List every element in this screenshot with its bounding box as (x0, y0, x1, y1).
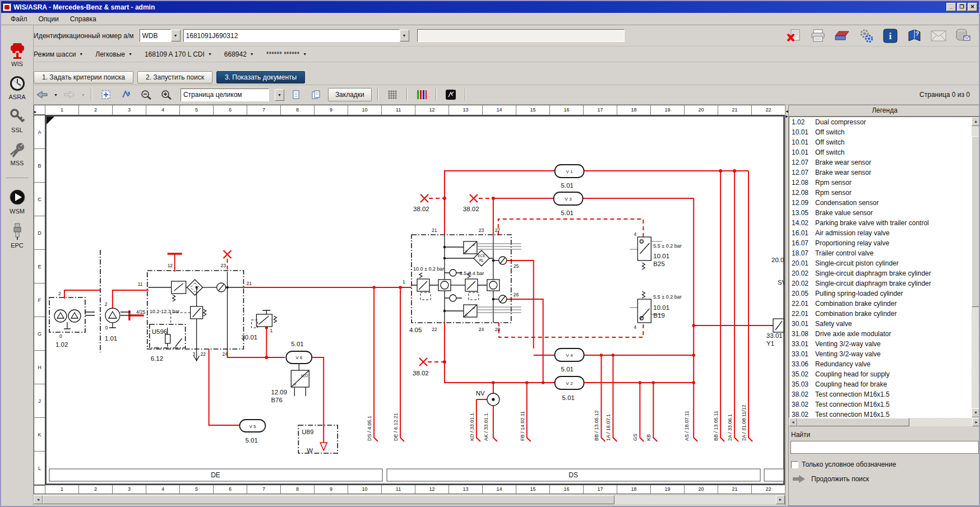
legend-item[interactable]: 12.08 Rpm sensor (789, 189, 972, 199)
legend-item[interactable]: 10.01 Off switch (789, 128, 972, 138)
menu-item[interactable]: Файл (6, 14, 33, 24)
sidebar-item-wis[interactable]: WIS (7, 41, 27, 67)
title-bar[interactable]: WIS/ASRA - Mercedes-Benz & smart - admin… (1, 1, 979, 13)
scroll-left-icon[interactable]: ◄ (34, 495, 43, 504)
page-mode-combo[interactable]: Страница целиком (181, 89, 269, 101)
legend-item[interactable]: 31.08 Drive axle axle modulator (789, 330, 972, 340)
legend-item[interactable]: 16.07 Proportioning relay valve (789, 239, 972, 249)
chassis-dropdown[interactable]: ****** ****** ▼ (266, 50, 307, 58)
chassis-dropdown[interactable]: 668942 ▼ (224, 50, 254, 58)
legend-item[interactable]: 14.02 Parking brake valve with trailer c… (789, 219, 972, 229)
maximize-button[interactable]: ❐ (957, 3, 967, 11)
canvas-horizontal-scrollbar[interactable]: ◄ ► (34, 495, 785, 504)
legend-item[interactable]: 33.01 Venting 3/2-way valve (789, 340, 972, 350)
legend-item[interactable]: 33.06 Redundancy valve (789, 360, 972, 370)
scrollbar-thumb[interactable] (43, 495, 614, 504)
scroll-right-icon[interactable]: ► (972, 418, 980, 426)
forward-history-icon[interactable]: ▼ (81, 93, 85, 97)
scroll-down-icon[interactable]: ▼ (972, 408, 980, 417)
mail-button[interactable] (930, 28, 947, 44)
legend-list[interactable]: 1.02 Dual compressor 10.01 Off switch 10… (789, 117, 972, 417)
pan-select-button[interactable] (118, 87, 135, 103)
bookmarks-button[interactable]: Закладки (328, 88, 372, 101)
legend-item[interactable]: 20.05 Pulling spring-loaded cylinder (789, 290, 972, 300)
wmi-combo-arrow-icon[interactable]: ▼ (171, 30, 181, 41)
zoom-in-button[interactable] (158, 87, 175, 103)
clear-vehicle-button[interactable] (785, 28, 802, 44)
legend-item[interactable]: 20.02 Single-circuit diaphragm brake cyl… (789, 280, 972, 290)
legend-item[interactable]: 12.07 Brake wear sensor (789, 169, 972, 179)
fit-page-button[interactable] (98, 87, 114, 103)
settings-button[interactable] (858, 28, 875, 44)
forward-button[interactable] (61, 87, 78, 103)
schematic-viewport[interactable]: ▸ 1 2 3 4 5 6 7 8 9 10 11 12 13 14 15 16… (34, 105, 785, 494)
legend-item[interactable]: 20.02 Single-circuit diaphragm brake cyl… (789, 269, 972, 280)
chassis-dropdown[interactable]: 168109 A 170 L CDI ▼ (145, 50, 212, 58)
legend-item[interactable]: 35.02 Coupling head for supply (789, 370, 972, 380)
info-button[interactable]: i (882, 28, 899, 44)
erase-button[interactable] (834, 28, 850, 44)
page-mode-arrow-icon[interactable]: ▼ (275, 89, 284, 101)
scroll-left-icon[interactable]: ◄ (789, 418, 797, 426)
legend-item[interactable]: 18.07 Trailer control valve (789, 249, 972, 259)
legend-item[interactable]: 35.03 Coupling head for brake (789, 380, 972, 390)
help-button[interactable]: ? (906, 28, 923, 44)
legend-item[interactable]: 38.02 Test connection M16x1.5 (789, 411, 972, 417)
legend-item[interactable]: 20.01 Single-circuit piston cylinder (789, 259, 972, 269)
symbol-only-checkbox[interactable] (791, 461, 798, 468)
legend-item[interactable]: 12.08 Rpm sensor (789, 179, 972, 189)
image-tool-button[interactable] (442, 87, 459, 103)
tab-run-search[interactable]: 2. Запустить поиск (137, 71, 212, 83)
symbol-only-option[interactable]: Только условное обозначение (789, 455, 980, 468)
export-button[interactable] (954, 28, 971, 44)
chassis-dropdown[interactable]: Режим шасси ▼ (34, 50, 83, 58)
legend-item[interactable]: 10.01 Off switch (789, 148, 972, 159)
ruler-row-tick: C (34, 183, 45, 216)
page-double-button[interactable] (308, 87, 325, 103)
schematic-canvas[interactable]: 1.02201.01204/251112232110.2-12.3 barU59… (45, 115, 784, 485)
scrollbar-thumb[interactable] (797, 418, 909, 426)
page-single-button[interactable] (288, 87, 304, 103)
legend-item[interactable]: 22.01 Combination brake cylinder (789, 310, 972, 320)
minimize-button[interactable]: _ (946, 3, 956, 11)
chassis-dropdown[interactable]: Легковые ▼ (95, 50, 132, 58)
sidebar-item-epc[interactable]: EPC (10, 222, 25, 249)
legend-item[interactable]: 33.01 Venting 3/2-way valve (789, 350, 972, 360)
scrollbar-thumb[interactable] (972, 136, 980, 307)
scroll-right-icon[interactable]: ► (776, 495, 785, 504)
legend-item[interactable]: 12.07 Brake wear sensor (789, 159, 972, 169)
print-button[interactable] (810, 28, 826, 44)
legend-item[interactable]: 38.02 Test connection M16x1.5 (789, 390, 972, 401)
sidebar-item-wsm[interactable]: WSM (8, 188, 26, 215)
scroll-up-icon[interactable]: ▲ (972, 117, 980, 126)
legend-item[interactable]: 12.09 Condensation sensor (789, 199, 972, 209)
close-button[interactable]: ✕ (968, 3, 977, 11)
legend-item[interactable]: 30.01 Safety valve (789, 320, 972, 330)
sidebar-item-mss[interactable]: MSS (8, 141, 26, 166)
zoom-out-button[interactable] (138, 87, 155, 103)
back-button[interactable] (34, 87, 50, 103)
sidebar-item-asra[interactable]: ASRA (9, 75, 26, 100)
continue-search[interactable]: Продолжить поиск (789, 468, 980, 483)
back-history-icon[interactable]: ▼ (54, 93, 58, 97)
vin-combo-arrow-icon[interactable]: ▼ (400, 30, 409, 41)
menu-item[interactable]: Опции (34, 14, 64, 24)
color-bars-button[interactable] (413, 87, 430, 103)
menu-item[interactable]: Справка (65, 14, 101, 24)
legend-horizontal-scrollbar[interactable]: ◄ ► (789, 418, 980, 426)
legend-vertical-scrollbar[interactable]: ▲ ▼ (972, 117, 980, 417)
vin-input[interactable]: 1681091J690312 (183, 29, 400, 42)
wmi-combo[interactable]: WDB (140, 29, 171, 42)
legend-item[interactable]: 22.01 Combination brake cylinder (789, 300, 972, 310)
sidebar-item-ssl[interactable]: SSL (9, 108, 26, 133)
legend-item[interactable]: 13.05 Brake value sensor (789, 209, 972, 219)
legend-item[interactable]: 16.01 Air admission relay valve (789, 229, 972, 239)
find-input[interactable] (791, 441, 979, 454)
svg-text:RL: RL (479, 258, 484, 262)
legend-item[interactable]: 10.01 Off switch (789, 138, 972, 148)
legend-item[interactable]: 1.02 Dual compressor (789, 118, 972, 128)
tab-set-criteria[interactable]: 1. Задать критерии поиска (34, 71, 133, 83)
grid-toggle-button[interactable] (384, 87, 401, 103)
tab-show-documents[interactable]: 3. Показать документы (216, 71, 305, 83)
legend-item[interactable]: 38.02 Test connection M16x1.5 (789, 401, 972, 411)
